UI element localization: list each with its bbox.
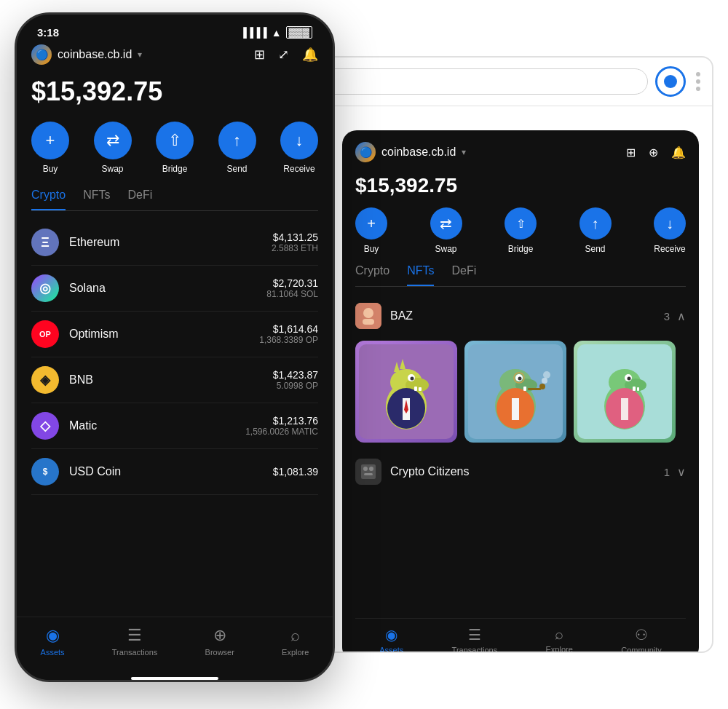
- app-send-label: Send: [585, 244, 605, 254]
- svg-rect-40: [637, 387, 639, 391]
- optimism-row[interactable]: OP Optimism $1,614.64 1,368.3389 OP: [31, 312, 318, 357]
- phone-transactions-label: Transactions: [112, 648, 158, 657]
- phone-nav-transactions[interactable]: ☰ Transactions: [112, 626, 158, 657]
- baz-nft-2[interactable]: [464, 341, 566, 443]
- usdc-row[interactable]: $ USD Coin $1,081.39: [31, 449, 318, 495]
- matic-values: $1,213.76 1,596.0026 MATIC: [245, 415, 318, 437]
- phone-tab-nfts[interactable]: NFTs: [83, 189, 110, 210]
- phone-tab-crypto[interactable]: Crypto: [31, 189, 66, 210]
- bnb-icon: ◈: [31, 366, 59, 394]
- svg-point-44: [369, 467, 373, 471]
- app-dropdown-icon[interactable]: ▾: [462, 147, 466, 157]
- app-receive-button[interactable]: ↓ Receive: [654, 207, 686, 254]
- app-swap-icon: ⇄: [430, 207, 462, 239]
- app-tab-nfts[interactable]: NFTs: [407, 264, 434, 286]
- browser-button[interactable]: [655, 66, 686, 97]
- phone-receive-button[interactable]: ↓ Receive: [280, 122, 318, 174]
- crypto-citizens-collection: Crypto Citizens 1 ∨: [355, 451, 686, 492]
- crypto-citizens-name: Crypto Citizens: [390, 465, 664, 478]
- app-bottom-nav: ◉ Assets ☰ Transactions ⌕ Explore ⚇ Comm…: [355, 618, 686, 653]
- browser-dot-2: [696, 79, 700, 84]
- phone-tab-defi[interactable]: DeFi: [127, 189, 152, 210]
- baz-nft-images: [355, 341, 686, 443]
- phone-buy-button[interactable]: + Buy: [31, 122, 69, 174]
- matic-usd: $1,213.76: [245, 415, 318, 427]
- app-nav-explore[interactable]: ⌕ Explore: [546, 626, 573, 653]
- solana-amount: 81.1064 SOL: [266, 289, 318, 299]
- phone-bell-icon[interactable]: 🔔: [302, 47, 318, 63]
- app-bell-icon[interactable]: 🔔: [671, 146, 686, 159]
- phone-tabs: Crypto NFTs DeFi: [31, 189, 318, 211]
- app-tab-crypto[interactable]: Crypto: [355, 264, 389, 286]
- app-buy-icon: +: [355, 207, 387, 239]
- svg-point-8: [411, 377, 414, 381]
- matic-name: Matic: [69, 419, 245, 432]
- app-transactions-icon: ☰: [468, 626, 481, 643]
- app-swap-button[interactable]: ⇄ Swap: [430, 207, 462, 254]
- app-tabs: Crypto NFTs DeFi: [355, 264, 686, 287]
- phone-browser-label: Browser: [205, 648, 234, 657]
- app-bridge-button[interactable]: ⇧ Bridge: [505, 207, 537, 254]
- phone-copy-icon[interactable]: ⊞: [254, 47, 265, 63]
- svg-rect-39: [633, 387, 636, 391]
- phone-send-button[interactable]: ↑ Send: [218, 122, 256, 174]
- phone-swap-icon: ⇄: [94, 122, 132, 159]
- baz-collection-header[interactable]: BAZ 3 ∧: [355, 296, 686, 336]
- baz-nft-1[interactable]: [355, 341, 457, 443]
- phone-receive-icon: ↓: [280, 122, 318, 159]
- phone-wallet-header: 🔵 coinbase.cb.id ▾ ⊞ ⤢ 🔔: [31, 44, 318, 65]
- phone-explore-label: Explore: [282, 648, 309, 657]
- phone-expand-icon[interactable]: ⤢: [278, 47, 289, 63]
- phone-nav-browser[interactable]: ⊕ Browser: [205, 626, 234, 657]
- status-time: 3:18: [37, 26, 59, 39]
- crypto-citizens-header[interactable]: Crypto Citizens 1 ∨: [355, 451, 686, 492]
- app-bridge-icon: ⇧: [505, 207, 537, 239]
- status-icons: ▐▐▐▐ ▲ ▓▓▓: [240, 26, 312, 39]
- phone-receive-label: Receive: [283, 164, 314, 174]
- solana-row[interactable]: ◎ Solana $2,720.31 81.1064 SOL: [31, 266, 318, 312]
- solana-icon: ◎: [31, 274, 59, 302]
- phone-nav-assets[interactable]: ◉ Assets: [41, 626, 65, 657]
- wifi-icon: ▲: [272, 27, 282, 39]
- bnb-row[interactable]: ◈ BNB $1,423.87 5.0998 OP: [31, 357, 318, 403]
- svg-rect-42: [361, 464, 376, 479]
- app-explore-icon: ⌕: [555, 626, 563, 643]
- phone-dropdown-icon[interactable]: ▾: [138, 49, 142, 60]
- app-nav-community[interactable]: ⚇ Community: [621, 626, 662, 653]
- bnb-name: BNB: [69, 373, 273, 387]
- phone-crypto-list: Ξ Ethereum $4,131.25 2.5883 ETH ◎ Solana…: [31, 220, 318, 495]
- matic-amount: 1,596.0026 MATIC: [245, 427, 318, 437]
- app-tab-defi[interactable]: DeFi: [451, 264, 476, 286]
- app-transactions-label: Transactions: [452, 646, 498, 653]
- app-globe-icon[interactable]: ⊕: [649, 146, 658, 159]
- svg-rect-45: [364, 473, 373, 475]
- ethereum-row[interactable]: Ξ Ethereum $4,131.25 2.5883 ETH: [31, 220, 318, 266]
- app-nav-assets[interactable]: ◉ Assets: [379, 626, 403, 653]
- optimism-values: $1,614.64 1,368.3389 OP: [259, 323, 318, 345]
- matic-row[interactable]: ◇ Matic $1,213.76 1,596.0026 MATIC: [31, 403, 318, 449]
- optimism-name: Optimism: [69, 328, 259, 341]
- phone-wallet-id-text: coinbase.cb.id: [58, 48, 132, 61]
- phone-status-bar: 3:18 ▐▐▐▐ ▲ ▓▓▓: [17, 15, 333, 44]
- app-buy-button[interactable]: + Buy: [355, 207, 387, 254]
- app-send-button[interactable]: ↑ Send: [579, 207, 612, 254]
- phone-buy-label: Buy: [43, 164, 58, 174]
- phone-swap-button[interactable]: ⇄ Swap: [94, 122, 132, 174]
- app-swap-label: Swap: [435, 244, 456, 254]
- phone-buy-icon: +: [31, 122, 69, 159]
- app-wallet-id[interactable]: 🔵 coinbase.cb.id ▾: [355, 142, 466, 162]
- phone-wallet-id[interactable]: 🔵 coinbase.cb.id ▾: [31, 44, 142, 65]
- app-balance: $15,392.75: [355, 174, 686, 197]
- bnb-values: $1,423.87 5.0998 OP: [273, 369, 318, 391]
- baz-nft-3[interactable]: [574, 341, 676, 443]
- app-copy-icon[interactable]: ⊞: [626, 146, 636, 159]
- signal-icon: ▐▐▐▐: [240, 27, 267, 38]
- app-nav-transactions[interactable]: ☰ Transactions: [452, 626, 498, 653]
- phone-bridge-button[interactable]: ⇧ Bridge: [156, 122, 194, 174]
- ethereum-values: $4,131.25 2.5883 ETH: [272, 231, 318, 253]
- solana-values: $2,720.31 81.1064 SOL: [266, 277, 318, 299]
- phone-nav-explore[interactable]: ⌕ Explore: [282, 626, 309, 657]
- battery-icon: ▓▓▓: [286, 26, 312, 39]
- svg-rect-15: [419, 387, 422, 391]
- baz-collection-name: BAZ: [390, 309, 664, 322]
